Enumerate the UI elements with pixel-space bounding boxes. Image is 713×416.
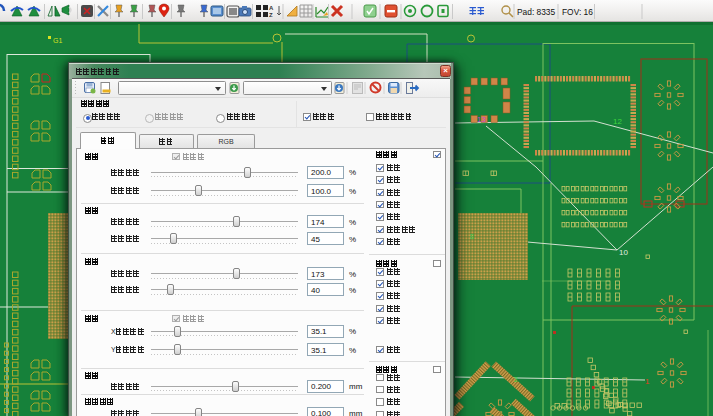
- svg-text:FOV: 16: FOV: 16: [562, 7, 593, 17]
- svg-text:1: 1: [645, 377, 650, 386]
- svg-text:G1: G1: [53, 37, 62, 44]
- svg-text:10: 10: [619, 248, 628, 257]
- svg-text:12: 12: [613, 117, 622, 126]
- svg-text:2: 2: [514, 376, 518, 383]
- svg-text:Z: Z: [269, 12, 273, 18]
- svg-text:A: A: [269, 5, 274, 11]
- svg-text:Pad: 8335: Pad: 8335: [517, 7, 556, 17]
- svg-text:8: 8: [470, 233, 474, 240]
- svg-text:13: 13: [477, 115, 486, 124]
